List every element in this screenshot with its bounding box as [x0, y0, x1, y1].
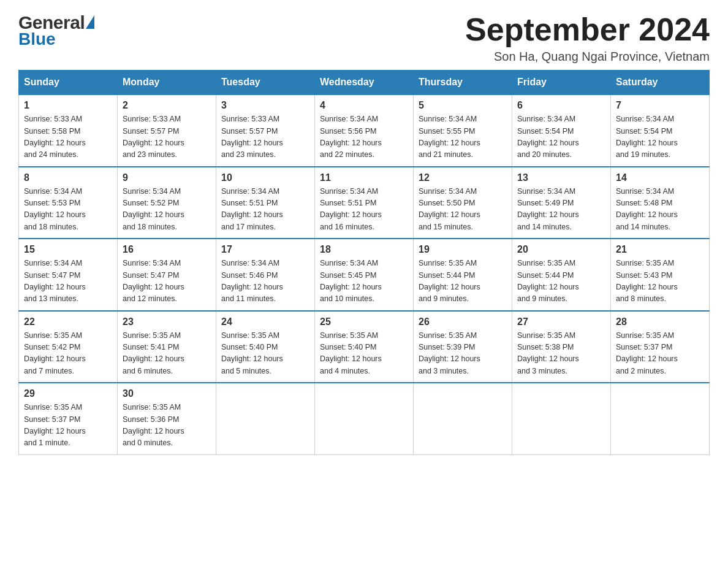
day-number: 29: [24, 388, 112, 399]
day-info: Sunrise: 5:34 AMSunset: 5:48 PMDaylight:…: [616, 186, 704, 234]
daylight-minutes-info: and 0 minutes.: [123, 439, 173, 447]
sunset-info: Sunset: 5:52 PM: [123, 199, 179, 207]
sunrise-info: Sunrise: 5:33 AM: [123, 115, 181, 123]
day-number: 26: [419, 316, 507, 327]
logo-triangle-icon: [86, 15, 94, 29]
daylight-minutes-info: and 9 minutes.: [517, 294, 567, 303]
day-info: Sunrise: 5:35 AMSunset: 5:42 PMDaylight:…: [24, 330, 112, 378]
day-number: 17: [221, 244, 309, 255]
sunset-info: Sunset: 5:41 PM: [123, 343, 179, 351]
calendar-day-cell: 3 Sunrise: 5:33 AMSunset: 5:57 PMDayligh…: [216, 94, 315, 167]
daylight-info: Daylight: 12 hours: [123, 283, 184, 291]
calendar-day-cell: 13 Sunrise: 5:34 AMSunset: 5:49 PMDaylig…: [512, 167, 611, 239]
day-info: Sunrise: 5:33 AMSunset: 5:57 PMDaylight:…: [123, 113, 211, 161]
sunset-info: Sunset: 5:47 PM: [123, 271, 179, 280]
daylight-info: Daylight: 12 hours: [221, 283, 283, 291]
sunset-info: Sunset: 5:53 PM: [24, 199, 80, 207]
daylight-minutes-info: and 17 minutes.: [221, 223, 276, 231]
sunrise-info: Sunrise: 5:34 AM: [419, 187, 477, 196]
day-number: 5: [419, 100, 507, 111]
calendar-day-cell: 11 Sunrise: 5:34 AMSunset: 5:51 PMDaylig…: [315, 167, 414, 239]
day-info: Sunrise: 5:35 AMSunset: 5:37 PMDaylight:…: [24, 402, 112, 450]
daylight-info: Daylight: 12 hours: [123, 210, 184, 219]
sunset-info: Sunset: 5:40 PM: [320, 343, 376, 351]
day-number: 20: [517, 244, 605, 255]
daylight-minutes-info: and 11 minutes.: [221, 294, 276, 303]
daylight-minutes-info: and 14 minutes.: [517, 223, 572, 231]
daylight-minutes-info: and 3 minutes.: [517, 367, 567, 375]
day-info: Sunrise: 5:34 AMSunset: 5:50 PMDaylight:…: [419, 186, 507, 234]
calendar-day-cell: 9 Sunrise: 5:34 AMSunset: 5:52 PMDayligh…: [118, 167, 216, 239]
sunrise-info: Sunrise: 5:35 AM: [24, 331, 82, 340]
calendar-day-cell: 6 Sunrise: 5:34 AMSunset: 5:54 PMDayligh…: [512, 94, 611, 167]
daylight-minutes-info: and 22 minutes.: [320, 150, 374, 159]
calendar-day-cell: 18 Sunrise: 5:34 AMSunset: 5:45 PMDaylig…: [315, 239, 414, 311]
sunset-info: Sunset: 5:42 PM: [24, 343, 80, 351]
sunrise-info: Sunrise: 5:35 AM: [517, 331, 575, 340]
sunset-info: Sunset: 5:40 PM: [221, 343, 278, 351]
daylight-minutes-info: and 3 minutes.: [419, 367, 469, 375]
calendar-day-cell: 19 Sunrise: 5:35 AMSunset: 5:44 PMDaylig…: [414, 239, 512, 311]
sunset-info: Sunset: 5:57 PM: [123, 127, 179, 136]
day-info: Sunrise: 5:34 AMSunset: 5:45 PMDaylight:…: [320, 258, 408, 305]
sunrise-info: Sunrise: 5:34 AM: [123, 259, 181, 267]
daylight-minutes-info: and 19 minutes.: [616, 150, 670, 159]
daylight-minutes-info: and 12 minutes.: [123, 294, 177, 303]
calendar-day-cell: [414, 383, 512, 454]
calendar-day-cell: 8 Sunrise: 5:34 AMSunset: 5:53 PMDayligh…: [19, 167, 118, 239]
day-info: Sunrise: 5:34 AMSunset: 5:51 PMDaylight:…: [221, 186, 309, 234]
calendar-week-row: 22 Sunrise: 5:35 AMSunset: 5:42 PMDaylig…: [19, 311, 710, 383]
daylight-info: Daylight: 12 hours: [419, 283, 480, 291]
calendar-day-cell: 10 Sunrise: 5:34 AMSunset: 5:51 PMDaylig…: [216, 167, 315, 239]
calendar-day-cell: 2 Sunrise: 5:33 AMSunset: 5:57 PMDayligh…: [118, 94, 216, 167]
calendar-header-monday: Monday: [118, 71, 216, 95]
sunrise-info: Sunrise: 5:35 AM: [419, 331, 477, 340]
day-number: 15: [24, 244, 112, 255]
day-number: 30: [123, 388, 211, 399]
sunset-info: Sunset: 5:58 PM: [24, 127, 80, 136]
day-number: 9: [123, 172, 211, 183]
sunrise-info: Sunrise: 5:34 AM: [616, 115, 674, 123]
location-text: Son Ha, Quang Ngai Province, Vietnam: [465, 50, 710, 64]
calendar-day-cell: 28 Sunrise: 5:35 AMSunset: 5:37 PMDaylig…: [611, 311, 710, 383]
daylight-info: Daylight: 12 hours: [517, 139, 579, 147]
calendar-week-row: 29 Sunrise: 5:35 AMSunset: 5:37 PMDaylig…: [19, 383, 710, 454]
calendar-day-cell: 4 Sunrise: 5:34 AMSunset: 5:56 PMDayligh…: [315, 94, 414, 167]
day-number: 25: [320, 316, 408, 327]
sunrise-info: Sunrise: 5:34 AM: [24, 259, 82, 267]
day-info: Sunrise: 5:34 AMSunset: 5:51 PMDaylight:…: [320, 186, 408, 234]
sunrise-info: Sunrise: 5:34 AM: [24, 187, 82, 196]
daylight-info: Daylight: 12 hours: [123, 139, 184, 147]
daylight-minutes-info: and 23 minutes.: [221, 150, 276, 159]
day-info: Sunrise: 5:35 AMSunset: 5:39 PMDaylight:…: [419, 330, 507, 378]
daylight-minutes-info: and 8 minutes.: [616, 294, 666, 303]
day-number: 27: [517, 316, 605, 327]
sunset-info: Sunset: 5:54 PM: [616, 127, 672, 136]
day-info: Sunrise: 5:35 AMSunset: 5:44 PMDaylight:…: [419, 258, 507, 305]
calendar-day-cell: 29 Sunrise: 5:35 AMSunset: 5:37 PMDaylig…: [19, 383, 118, 454]
daylight-info: Daylight: 12 hours: [320, 210, 382, 219]
sunrise-info: Sunrise: 5:34 AM: [320, 187, 378, 196]
day-number: 10: [221, 172, 309, 183]
day-info: Sunrise: 5:34 AMSunset: 5:53 PMDaylight:…: [24, 186, 112, 234]
day-number: 7: [616, 100, 704, 111]
day-info: Sunrise: 5:35 AMSunset: 5:43 PMDaylight:…: [616, 258, 704, 305]
day-number: 12: [419, 172, 507, 183]
calendar-day-cell: 24 Sunrise: 5:35 AMSunset: 5:40 PMDaylig…: [216, 311, 315, 383]
day-number: 2: [123, 100, 211, 111]
calendar-table: SundayMondayTuesdayWednesdayThursdayFrid…: [18, 70, 710, 455]
daylight-info: Daylight: 12 hours: [221, 210, 283, 219]
day-number: 22: [24, 316, 112, 327]
daylight-info: Daylight: 12 hours: [320, 283, 382, 291]
daylight-minutes-info: and 4 minutes.: [320, 367, 370, 375]
sunset-info: Sunset: 5:39 PM: [419, 343, 475, 351]
calendar-day-cell: 22 Sunrise: 5:35 AMSunset: 5:42 PMDaylig…: [19, 311, 118, 383]
daylight-minutes-info: and 7 minutes.: [24, 367, 74, 375]
sunrise-info: Sunrise: 5:34 AM: [517, 187, 575, 196]
daylight-info: Daylight: 12 hours: [221, 354, 283, 363]
day-info: Sunrise: 5:34 AMSunset: 5:52 PMDaylight:…: [123, 186, 211, 234]
calendar-day-cell: [315, 383, 414, 454]
calendar-week-row: 1 Sunrise: 5:33 AMSunset: 5:58 PMDayligh…: [19, 94, 710, 167]
calendar-day-cell: 20 Sunrise: 5:35 AMSunset: 5:44 PMDaylig…: [512, 239, 611, 311]
day-info: Sunrise: 5:34 AMSunset: 5:47 PMDaylight:…: [123, 258, 211, 305]
